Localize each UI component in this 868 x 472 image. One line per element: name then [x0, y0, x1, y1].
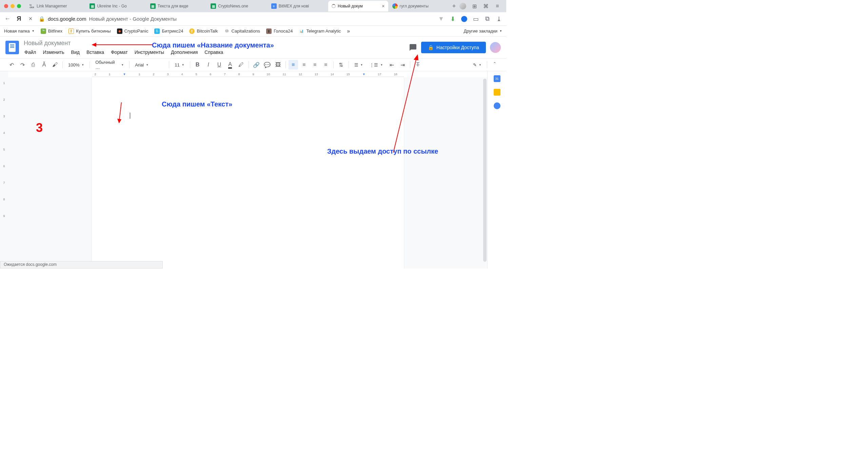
align-justify-button[interactable]: ≡	[321, 60, 331, 70]
tab-label: гугл документы	[400, 4, 429, 8]
image-button[interactable]: 🖼	[273, 60, 283, 70]
align-center-button[interactable]: ≡	[299, 60, 309, 70]
menu-addons[interactable]: Дополнения	[168, 48, 200, 56]
keep-icon[interactable]	[494, 89, 500, 96]
back-button[interactable]: ←	[4, 16, 11, 22]
menu-file[interactable]: Файл	[22, 48, 39, 56]
indent-marker-icon[interactable]: ▼	[362, 73, 366, 76]
decrease-indent-button[interactable]: ⇤	[387, 60, 396, 70]
comment-button[interactable]: 💬	[262, 60, 272, 70]
favicon-icon: 📊	[299, 28, 304, 34]
browser-tab[interactable]: ▦Ukreine Inc - Go	[86, 1, 146, 12]
vertical-scrollbar[interactable]	[482, 77, 487, 267]
browser-tab-active[interactable]: Новый докум×	[328, 1, 388, 12]
paint-format-button[interactable]: 🖌	[50, 60, 60, 70]
menu-edit[interactable]: Изменить	[40, 48, 67, 56]
tab-label: BitMEX для нові	[279, 4, 309, 8]
docs-logo-icon[interactable]	[5, 41, 19, 54]
maximize-window-button[interactable]	[17, 4, 21, 8]
close-tab-icon[interactable]: ×	[382, 3, 384, 9]
editing-mode-dropdown[interactable]: ✎▼	[470, 61, 484, 69]
share-button[interactable]: 🔒 Настройки Доступа	[421, 42, 486, 53]
bookmark-item[interactable]: ₿Купить биткоины	[68, 28, 111, 34]
browser-tab[interactable]: ≡BitMEX для нові	[268, 1, 328, 12]
editor-area: 123456789 21 ▼ 123456789101112131415 ▼ 1…	[0, 71, 506, 269]
vertical-ruler[interactable]: 123456789	[0, 71, 8, 269]
bookmark-item[interactable]: ▮Голоса24	[266, 28, 293, 34]
document-title-input[interactable]: Новый документ	[22, 39, 226, 47]
battery-icon[interactable]: ▭	[472, 16, 479, 22]
tab-label: Ukreine Inc - Go	[97, 4, 126, 8]
bookmark-item[interactable]: ₿BitcoinTalk	[189, 28, 218, 34]
undo-button[interactable]: ↶	[7, 60, 16, 70]
browser-tab[interactable]: гугл документы	[389, 1, 449, 12]
bookmark-item[interactable]: ◆CryptoPanic	[117, 28, 149, 34]
sheets-icon: ▦	[150, 3, 156, 9]
italic-button[interactable]: I	[204, 60, 213, 70]
bookmark-icon[interactable]: ▼	[438, 16, 445, 22]
menu-insert[interactable]: Вставка	[84, 48, 107, 56]
bookmark-item[interactable]: ⓂCapitalizations	[224, 28, 260, 34]
new-tab-button[interactable]: +	[449, 1, 459, 11]
bullet-list-button[interactable]: ⋮☰▼	[367, 61, 386, 69]
spellcheck-button[interactable]: Ă	[39, 60, 49, 70]
font-size-dropdown[interactable]: 11▼	[172, 61, 187, 69]
font-dropdown[interactable]: Arial▼	[132, 61, 166, 69]
copy-icon[interactable]: ⧉	[484, 16, 491, 22]
favicon-icon: Ⓜ	[224, 28, 230, 34]
text-color-button[interactable]: A	[225, 60, 235, 70]
browser-tab[interactable]: ▦CryptoNews.one	[207, 1, 267, 12]
extension-icon[interactable]	[461, 16, 468, 22]
align-right-button[interactable]: ≡	[310, 60, 320, 70]
browser-tab[interactable]: ▦Текста для виде	[147, 1, 206, 12]
print-button[interactable]: ⎙	[28, 60, 38, 70]
menu-icon[interactable]: ≡	[494, 3, 501, 9]
formatting-toolbar: ↶ ↷ ⎙ Ă 🖌 100%▼ Обычный …▼ Arial▼ 11▼ B …	[0, 58, 506, 71]
other-bookmarks[interactable]: Другие закладки▼	[463, 28, 502, 34]
minimize-window-button[interactable]	[11, 4, 15, 8]
bookmark-item[interactable]: 🍃Bitfinex	[41, 28, 63, 34]
extension-icon[interactable]: ⌘	[482, 3, 489, 9]
underline-button[interactable]: U	[215, 60, 224, 70]
zoom-dropdown[interactable]: 100%▼	[65, 61, 87, 69]
favicon-icon: ₿	[189, 28, 195, 34]
bookmark-item[interactable]: ББитрикс24	[154, 28, 183, 34]
browser-tab[interactable]: toclickLink Managemer	[26, 1, 85, 12]
yandex-button[interactable]: Я	[16, 16, 22, 22]
close-button[interactable]: ×	[27, 16, 34, 22]
clear-format-button[interactable]: T	[413, 60, 422, 70]
horizontal-ruler[interactable]: 21 ▼ 123456789101112131415 ▼ 1718	[8, 71, 487, 77]
collapse-toolbar-button[interactable]: ˆ	[490, 60, 499, 70]
document-page[interactable]	[92, 77, 404, 269]
url-display[interactable]: 🔒 docs.google.com Новый документ - Googl…	[39, 16, 177, 22]
tasks-icon[interactable]	[494, 102, 500, 109]
url-path: Новый документ - Google Документы	[89, 16, 177, 22]
comments-icon[interactable]	[409, 43, 417, 52]
redo-button[interactable]: ↷	[18, 60, 27, 70]
increase-indent-button[interactable]: ⇥	[398, 60, 407, 70]
extension-icon[interactable]: ⊞	[471, 3, 478, 9]
highlight-button[interactable]: 🖊	[236, 60, 246, 70]
bold-button[interactable]: B	[193, 60, 202, 70]
browser-tab-strip: toclickLink Managemer ▦Ukreine Inc - Go …	[0, 0, 506, 12]
bookmark-folder[interactable]: Новая папка▼	[4, 28, 35, 34]
numbered-list-button[interactable]: ☰▼	[352, 61, 366, 69]
close-window-button[interactable]	[4, 4, 8, 8]
menu-view[interactable]: Вид	[68, 48, 82, 56]
style-dropdown[interactable]: Обычный …▼	[93, 61, 126, 69]
line-spacing-button[interactable]: ⇅	[336, 60, 346, 70]
menu-tools[interactable]: Инструменты	[132, 48, 167, 56]
profile-icon[interactable]	[459, 3, 466, 9]
calendar-icon[interactable]: 31	[494, 75, 500, 82]
menu-format[interactable]: Формат	[108, 48, 131, 56]
bookmark-item[interactable]: 📊Telegram Analytic	[299, 28, 341, 34]
align-left-button[interactable]: ≡	[289, 60, 298, 70]
download-icon[interactable]: ⬇	[449, 16, 456, 22]
menu-help[interactable]: Справка	[202, 48, 226, 56]
link-button[interactable]: 🔗	[252, 60, 261, 70]
user-avatar[interactable]	[490, 42, 501, 53]
bookmarks-overflow[interactable]: »	[347, 28, 350, 34]
download-icon[interactable]: ⤓	[495, 16, 502, 22]
menu-bar: Файл Изменить Вид Вставка Формат Инструм…	[22, 48, 226, 56]
indent-marker-icon[interactable]: ▼	[123, 73, 126, 76]
